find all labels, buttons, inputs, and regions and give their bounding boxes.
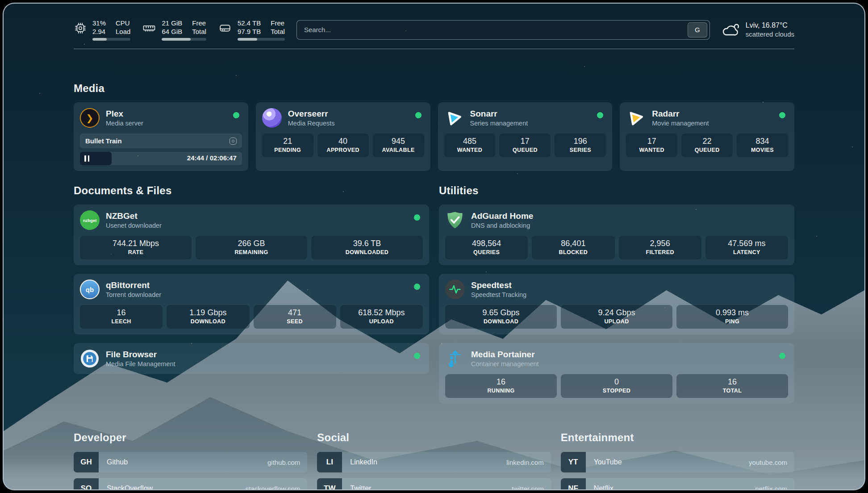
search-engine-button[interactable]: G bbox=[688, 22, 707, 38]
stat-label: LEECH bbox=[82, 318, 161, 325]
session-icon bbox=[230, 138, 237, 145]
cpu-widget: 31% 2.94 CPU Load bbox=[74, 19, 130, 41]
app-name: NZBGet bbox=[106, 211, 162, 221]
stat-label: REMAINING bbox=[197, 249, 305, 255]
bookmark-name: YouTube bbox=[594, 458, 622, 466]
stat-label: DOWNLOAD bbox=[447, 318, 555, 325]
disk-icon bbox=[218, 21, 232, 35]
bookmark-name: Twitter bbox=[350, 485, 371, 490]
cpu-label: CPU bbox=[116, 19, 130, 27]
stat-box: 17 WANTED bbox=[626, 134, 677, 157]
bookmark-link[interactable]: YT YouTube youtube.com bbox=[561, 452, 794, 472]
stat-value: 22 bbox=[683, 137, 731, 146]
app-description: Torrent downloader bbox=[106, 291, 161, 298]
bookmark-link[interactable]: GH Github github.com bbox=[74, 452, 307, 472]
stat-value: 0 bbox=[563, 377, 671, 387]
app-card-overseerr[interactable]: Overseerr Media Requests 21 PENDING 40 A… bbox=[256, 102, 430, 171]
app-card-portainer[interactable]: Media Portainer Container management 16 … bbox=[439, 343, 794, 404]
stat-label: WANTED bbox=[446, 147, 494, 153]
search-input[interactable] bbox=[304, 26, 688, 33]
disk-free-value: 52.4 TB bbox=[238, 19, 261, 27]
bookmark-domain: twitter.com bbox=[512, 485, 544, 491]
cpu-progress-bar bbox=[92, 38, 130, 41]
stat-box: 0.993 ms PING bbox=[676, 305, 788, 329]
stat-value: 744.21 Mbps bbox=[82, 239, 190, 248]
bookmark-domain: github.com bbox=[267, 459, 300, 466]
memory-total-label: Total bbox=[192, 27, 206, 36]
bookmark-tag: NF bbox=[561, 478, 586, 490]
filebrowser-icon bbox=[80, 349, 100, 368]
stat-box: 16 RUNNING bbox=[445, 374, 557, 398]
app-card-qbittorrent[interactable]: qb qBittorrent Torrent downloader 16 LE bbox=[74, 274, 429, 334]
stat-box: 2,956 FILTERED bbox=[619, 236, 701, 259]
plex-icon: ❯ bbox=[80, 108, 100, 128]
stat-label: RATE bbox=[82, 249, 190, 255]
stat-box: 266 GB REMAINING bbox=[196, 236, 307, 259]
status-indicator bbox=[415, 112, 421, 118]
section-title-media: Media bbox=[74, 82, 794, 95]
weather-location-temp: Lviv, 16.87°C bbox=[746, 21, 794, 29]
bookmark-link[interactable]: NF Netflix netflix.com bbox=[561, 478, 794, 490]
stat-label: DOWNLOAD bbox=[168, 318, 247, 325]
portainer-icon bbox=[445, 349, 465, 368]
pause-icon[interactable] bbox=[84, 155, 89, 162]
stat-value: 16 bbox=[447, 377, 555, 387]
stat-value: 498,564 bbox=[447, 239, 526, 248]
app-description: Media server bbox=[106, 120, 143, 127]
app-card-adguard[interactable]: AdGuard Home DNS and adblocking 498,564 … bbox=[439, 205, 794, 265]
stat-value: 86,401 bbox=[534, 239, 613, 248]
nzbget-icon: nzbget bbox=[80, 210, 100, 230]
cpu-load-label: Load bbox=[116, 27, 130, 36]
stat-box: 744.21 Mbps RATE bbox=[80, 236, 192, 259]
stat-box: 0 STOPPED bbox=[561, 374, 672, 398]
stat-box: 618.52 Mbps UPLOAD bbox=[340, 305, 423, 329]
app-name: Speedtest bbox=[471, 280, 526, 290]
memory-total-value: 64 GiB bbox=[162, 27, 182, 36]
cpu-icon bbox=[74, 21, 87, 35]
status-indicator bbox=[233, 112, 239, 118]
stat-value: 40 bbox=[319, 137, 367, 146]
bookmark-link[interactable]: LI LinkedIn linkedin.com bbox=[317, 452, 551, 472]
bookmark-link[interactable]: TW Twitter twitter.com bbox=[317, 478, 551, 490]
app-card-speedtest[interactable]: Speedtest Speedtest Tracking 9.65 Gbps D… bbox=[439, 274, 794, 334]
stat-label: PING bbox=[678, 318, 786, 325]
app-name: AdGuard Home bbox=[471, 211, 533, 221]
stat-value: 2,956 bbox=[621, 239, 700, 248]
stat-value: 9.24 Gbps bbox=[563, 308, 671, 318]
stat-box: 471 SEED bbox=[254, 305, 336, 329]
bookmark-tag: YT bbox=[561, 452, 586, 472]
bookmark-domain: netflix.com bbox=[755, 485, 787, 491]
stat-box: 86,401 BLOCKED bbox=[532, 236, 614, 259]
playback-progress-bar: 24:44 / 02:06:47 bbox=[80, 152, 242, 165]
bookmark-link[interactable]: SO StackOverflow stackoverflow.com bbox=[74, 478, 307, 490]
stat-label: QUEUED bbox=[683, 147, 731, 153]
app-name: Sonarr bbox=[470, 109, 528, 119]
app-card-plex[interactable]: ❯ Plex Media server Bullet Train bbox=[74, 102, 248, 171]
status-indicator bbox=[779, 112, 785, 118]
app-card-radarr[interactable]: Radarr Movie management 17 WANTED 22 QUE… bbox=[620, 102, 794, 171]
status-indicator bbox=[414, 284, 420, 290]
qbittorrent-icon: qb bbox=[80, 280, 100, 299]
stat-box: 1.19 Gbps DOWNLOAD bbox=[167, 305, 249, 329]
app-card-sonarr[interactable]: Sonarr Series management 485 WANTED 17 Q… bbox=[438, 102, 613, 171]
disk-total-label: Total bbox=[271, 27, 285, 36]
stat-box: 16 TOTAL bbox=[676, 374, 788, 398]
stat-box: 485 WANTED bbox=[444, 134, 496, 157]
app-description: Usenet downloader bbox=[106, 222, 162, 229]
stat-value: 0.993 ms bbox=[678, 308, 786, 318]
memory-free-label: Free bbox=[192, 19, 206, 27]
radarr-icon bbox=[626, 108, 646, 128]
weather-widget: Lviv, 16.87°C scattered clouds bbox=[722, 21, 794, 38]
stat-label: QUEUED bbox=[501, 147, 549, 153]
stat-label: UPLOAD bbox=[563, 318, 671, 325]
stat-value: 485 bbox=[446, 137, 494, 146]
now-playing-row: Bullet Train bbox=[80, 134, 242, 148]
now-playing-title: Bullet Train bbox=[85, 137, 122, 145]
status-indicator bbox=[414, 353, 420, 359]
stat-box: 16 LEECH bbox=[80, 305, 163, 329]
stat-box: 22 QUEUED bbox=[681, 134, 733, 157]
stat-label: UPLOAD bbox=[342, 318, 421, 325]
app-card-nzbget[interactable]: nzbget NZBGet Usenet downloader 744.21 M… bbox=[74, 205, 429, 265]
app-card-filebrowser[interactable]: File Browser Media File Management bbox=[74, 343, 429, 374]
stat-box: 834 MOVIES bbox=[737, 134, 788, 157]
